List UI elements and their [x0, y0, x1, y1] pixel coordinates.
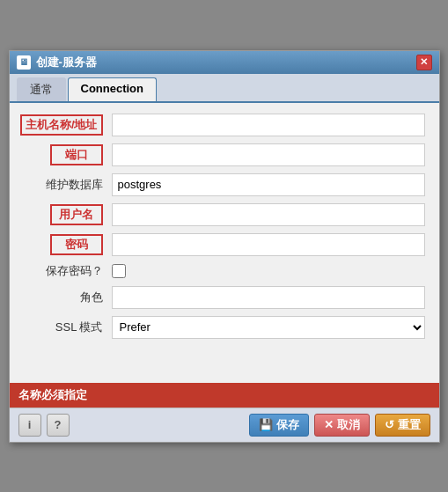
- username-label: 用户名: [50, 204, 103, 225]
- status-bar: 名称必须指定: [10, 383, 439, 408]
- password-row: 密码: [24, 233, 425, 256]
- tab-bar: 通常 Connection: [10, 74, 439, 103]
- role-input[interactable]: [112, 286, 425, 309]
- bottom-left-buttons: i ?: [18, 414, 70, 437]
- tab-connection[interactable]: Connection: [68, 77, 158, 101]
- role-row: 角色: [24, 286, 425, 309]
- info-button[interactable]: i: [18, 414, 41, 437]
- form-content: 主机名称/地址 端口 维护数据库 用户名: [10, 103, 439, 356]
- status-message: 名称必须指定: [18, 388, 87, 401]
- reset-icon: ↺: [385, 418, 394, 431]
- port-input[interactable]: [112, 143, 425, 166]
- save-icon: 💾: [259, 418, 273, 431]
- tab-general[interactable]: 通常: [17, 77, 66, 101]
- bottom-right-buttons: 💾 保存 ✕ 取消 ↺ 重置: [249, 414, 430, 437]
- save-button[interactable]: 💾 保存: [249, 414, 309, 437]
- save-label: 保存: [276, 417, 299, 433]
- save-password-checkbox[interactable]: [112, 264, 126, 278]
- window-title: 创建-服务器: [36, 55, 97, 70]
- hostname-input[interactable]: [112, 114, 425, 136]
- maintenance-db-row: 维护数据库: [24, 173, 425, 196]
- save-password-label: 保存密码？: [33, 263, 112, 279]
- hostname-row: 主机名称/地址: [24, 114, 425, 136]
- title-bar: 🖥 创建-服务器 ✕: [10, 51, 439, 74]
- main-window: 🖥 创建-服务器 ✕ 通常 Connection 主机名称/地址 端口 维护数据: [9, 50, 440, 443]
- password-input[interactable]: [112, 233, 425, 256]
- hostname-label: 主机名称/地址: [20, 114, 103, 136]
- ssl-mode-row: SSL 模式 Allow Disable Prefer Require Veri…: [24, 316, 425, 339]
- username-input[interactable]: [112, 203, 425, 226]
- maintenance-db-label: 维护数据库: [33, 177, 112, 193]
- username-row: 用户名: [24, 203, 425, 226]
- title-bar-left: 🖥 创建-服务器: [17, 55, 97, 70]
- bottom-bar: i ? 💾 保存 ✕ 取消 ↺ 重置: [10, 408, 439, 442]
- close-button[interactable]: ✕: [416, 55, 432, 70]
- cancel-label: 取消: [337, 417, 360, 433]
- cancel-icon: ✕: [324, 418, 334, 431]
- save-password-row: 保存密码？: [24, 263, 425, 279]
- cancel-button[interactable]: ✕ 取消: [314, 414, 370, 437]
- ssl-mode-select[interactable]: Allow Disable Prefer Require Verify-CA V…: [112, 316, 425, 339]
- maintenance-db-input[interactable]: [112, 173, 425, 196]
- help-button[interactable]: ?: [47, 414, 70, 437]
- window-icon: 🖥: [17, 55, 31, 70]
- reset-button[interactable]: ↺ 重置: [375, 414, 430, 437]
- port-row: 端口: [24, 143, 425, 166]
- role-label: 角色: [33, 290, 112, 305]
- ssl-mode-label: SSL 模式: [33, 319, 112, 335]
- reset-label: 重置: [398, 417, 421, 433]
- password-label: 密码: [50, 234, 103, 255]
- port-label: 端口: [50, 144, 103, 165]
- content-spacer: [10, 356, 439, 383]
